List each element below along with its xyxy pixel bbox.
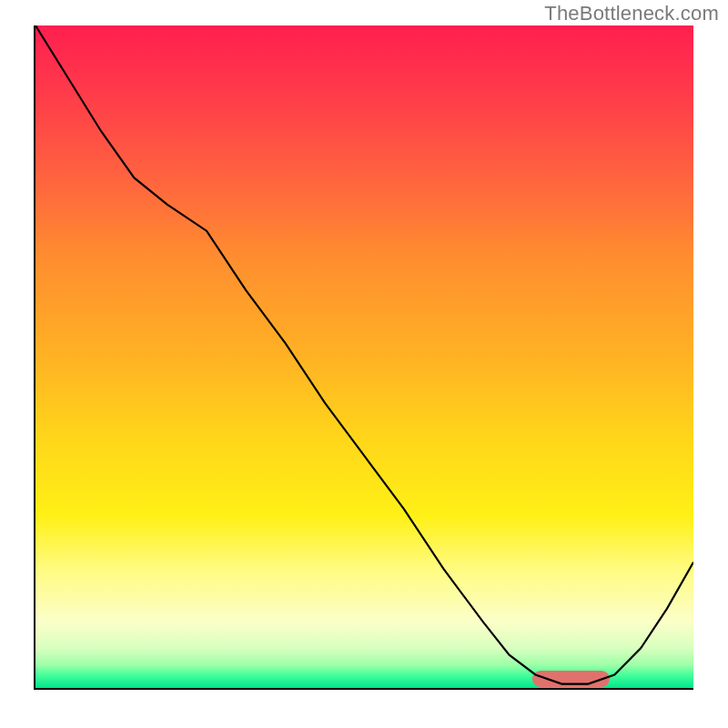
chart-container: TheBottleneck.com [0, 0, 728, 728]
plot-area [35, 25, 693, 688]
bottleneck-curve [35, 25, 693, 688]
watermark-text: TheBottleneck.com [544, 2, 719, 25]
curve-path [35, 25, 693, 684]
plot-frame [34, 25, 693, 690]
